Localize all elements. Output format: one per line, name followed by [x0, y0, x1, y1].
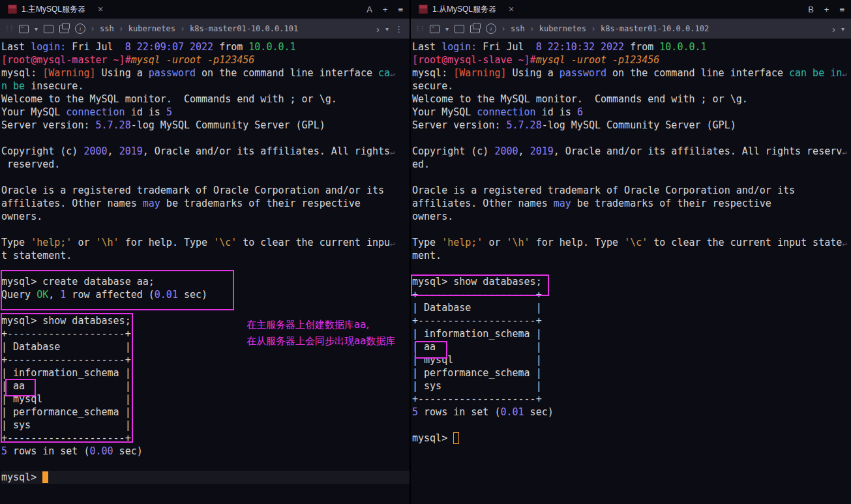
- terminal-text: ↵: [842, 69, 846, 78]
- terminal-line: mysql>: [412, 432, 851, 445]
- terminal-text: id is: [125, 106, 166, 118]
- terminal-text: 5.7.28: [96, 119, 131, 131]
- terminal-text: 6: [577, 106, 583, 118]
- menu-icon[interactable]: ≡: [398, 5, 403, 14]
- close-icon[interactable]: ×: [509, 4, 514, 14]
- breadcrumb-chevron-icon: ›: [181, 24, 184, 33]
- terminal-line: | aa |: [1, 379, 410, 393]
- breadcrumb-item-host[interactable]: k8s-master01-10.0.0.102: [601, 24, 709, 33]
- terminal-line: [1, 132, 410, 145]
- terminal-text: '\h': [96, 237, 119, 248]
- terminal-line: Query OK, 1 row affected (0.01 sec): [1, 288, 410, 301]
- terminal-line: | information_schema |: [412, 327, 851, 340]
- terminal-text: Copyright (c): [412, 145, 494, 157]
- terminal-text: for help. Type: [119, 237, 214, 248]
- terminal-line: [412, 171, 851, 184]
- terminal-text: | Database |: [412, 302, 542, 314]
- drag-handle-icon[interactable]: ⋮⋮: [415, 25, 424, 32]
- chevron-down-icon[interactable]: ▾: [445, 25, 449, 33]
- terminal-text: be trademarks of their respective: [160, 198, 361, 209]
- terminal-icon[interactable]: [19, 25, 29, 33]
- terminal-icon[interactable]: [430, 25, 440, 33]
- window-mysql-master: 1.主MySQL服务器 × A + ≡ ⋮⋮ ▾ i › ssh › kuber…: [0, 0, 410, 504]
- terminal-text: OK: [37, 289, 48, 301]
- terminal-text: 10.0.0.1: [248, 41, 295, 53]
- terminal-text: or: [72, 237, 95, 248]
- window-mysql-slave: 1.从MySQL服务器 × B + ≡ ⋮⋮ ▾ i › ssh › kuber…: [411, 0, 851, 504]
- terminal-text: sec): [524, 406, 554, 418]
- chevron-down-icon[interactable]: ▾: [35, 25, 38, 33]
- chevron-right-icon[interactable]: ›: [832, 23, 835, 35]
- tab-slave[interactable]: 1.从MySQL服务器 ×: [415, 0, 518, 18]
- terminal-text: ↵: [842, 239, 846, 248]
- terminal-text: for help. Type: [530, 237, 625, 248]
- new-tab-button[interactable]: +: [824, 5, 829, 14]
- terminal-text: Welcome to the MySQL monitor. Commands e…: [412, 93, 748, 105]
- app-icon: [8, 5, 17, 14]
- info-icon[interactable]: i: [75, 23, 85, 34]
- breadcrumb-item-kubernetes[interactable]: kubernetes: [128, 24, 175, 33]
- tab-bar: 1.从MySQL服务器 × B + ≡: [411, 0, 851, 18]
- terminal-text: login:: [441, 41, 477, 53]
- breadcrumb-item-ssh[interactable]: ssh: [511, 24, 525, 33]
- breadcrumb-item-host[interactable]: k8s-master01-10.0.0.101: [190, 24, 298, 33]
- terminal-text: 2019: [119, 145, 143, 157]
- terminal-text: can be in: [789, 67, 842, 79]
- terminal-text: Using a: [507, 67, 560, 79]
- terminal-line: | performance_schema |: [1, 406, 410, 419]
- terminal-text: 0.01: [155, 289, 178, 301]
- duplicate-tab-icon[interactable]: [470, 25, 480, 33]
- terminal-line: [412, 223, 851, 236]
- window-letter-badge[interactable]: A: [366, 5, 372, 14]
- terminal-text: from: [624, 41, 659, 53]
- dropdown-caret-icon[interactable]: ▾: [385, 25, 389, 33]
- terminal-line: Server version: 5.7.28-log MySQL Communi…: [412, 119, 851, 132]
- dropdown-caret-icon[interactable]: ▾: [841, 25, 844, 33]
- terminal-line: | performance_schema |: [412, 366, 851, 379]
- terminal-text: from: [213, 41, 248, 53]
- terminal-text: [Warning]: [453, 67, 506, 79]
- new-tab-button[interactable]: +: [383, 5, 388, 14]
- terminal-line: Oracle is a registered trademark of Orac…: [412, 184, 851, 197]
- duplicate-tab-icon[interactable]: [59, 25, 69, 33]
- terminal-text: Type: [1, 237, 31, 248]
- terminal-line: Oracle is a registered trademark of Orac…: [1, 184, 410, 197]
- terminal-line: +--------------------+: [412, 288, 851, 301]
- terminal-line: ed.: [412, 158, 851, 171]
- terminal-text: | sys |: [412, 380, 542, 392]
- close-icon[interactable]: ×: [98, 4, 103, 14]
- breadcrumb-item-kubernetes[interactable]: kubernetes: [539, 24, 586, 33]
- terminal-text: mysql>: [412, 432, 453, 444]
- drag-handle-icon[interactable]: ⋮⋮: [4, 25, 13, 32]
- terminal-line: Type 'help;' or '\h' for help. Type '\c'…: [412, 236, 851, 249]
- terminal-text: | aa |: [1, 380, 131, 392]
- terminal-text: t statement.: [1, 250, 72, 261]
- tab-master[interactable]: 1.主MySQL服务器 ×: [4, 0, 107, 18]
- tab-title: 1.主MySQL服务器: [22, 4, 85, 15]
- terminal-line: 5 rows in set (0.01 sec): [412, 406, 851, 419]
- new-window-icon[interactable]: [44, 25, 53, 33]
- terminal-text: ment.: [412, 250, 441, 261]
- terminal-text: to clear the current input state: [648, 237, 842, 248]
- terminal-output[interactable]: Last login: Fri Jul 8 22:09:07 2022 from…: [0, 39, 410, 504]
- terminal-line: secure.: [412, 80, 851, 93]
- terminal-text: ed.: [412, 158, 430, 170]
- terminal-line: t statement.: [1, 249, 410, 262]
- terminal-text: rows in set (: [7, 445, 89, 457]
- terminal-line: +--------------------+: [1, 327, 410, 340]
- window-letter-badge[interactable]: B: [808, 5, 814, 14]
- info-icon[interactable]: i: [486, 23, 496, 34]
- breadcrumb-item-ssh[interactable]: ssh: [100, 24, 114, 33]
- terminal-line: | information_schema |: [1, 366, 410, 379]
- terminal-line: Copyright (c) 2000, 2019, Oracle and/or …: [1, 145, 410, 158]
- chevron-right-icon[interactable]: ›: [376, 23, 380, 35]
- terminal-text: Oracle is a registered trademark of Orac…: [412, 185, 795, 196]
- terminal-text: may: [143, 198, 160, 209]
- terminal-line: Your MySQL connection id is 5: [1, 106, 410, 119]
- new-window-icon[interactable]: [455, 25, 464, 33]
- terminal-text: -log MySQL Community Server (GPL): [542, 119, 736, 131]
- terminal-output[interactable]: Last login: Fri Jul 8 22:10:32 2022 from…: [411, 39, 851, 504]
- menu-icon[interactable]: ≡: [839, 5, 844, 14]
- window-controls: B + ≡: [808, 5, 844, 14]
- more-options-icon[interactable]: ⋮: [395, 24, 403, 34]
